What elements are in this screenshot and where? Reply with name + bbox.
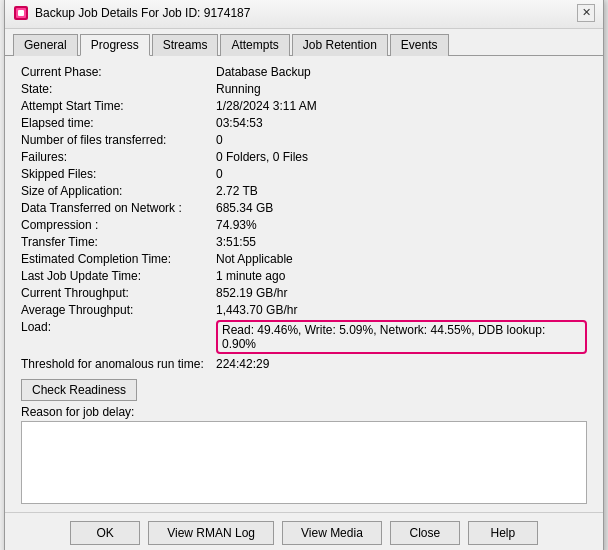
field-value-3: 03:54:53 [212,115,591,132]
tab-bar: General Progress Streams Attempts Job Re… [5,29,603,56]
footer-btn-ok[interactable]: OK [70,521,140,545]
load-value: Read: 49.46%, Write: 5.09%, Network: 44.… [216,320,587,354]
field-label-15: Load: [17,319,212,356]
field-value-9: 74.93% [212,217,591,234]
field-label-6: Skipped Files: [17,166,212,183]
field-value-15: Read: 49.46%, Write: 5.09%, Network: 44.… [212,319,591,356]
tab-general[interactable]: General [13,34,78,56]
field-label-8: Data Transferred on Network : [17,200,212,217]
reason-box [21,421,587,504]
field-value-5: 0 Folders, 0 Files [212,149,591,166]
check-readiness-button[interactable]: Check Readiness [21,379,137,401]
field-label-13: Current Throughput: [17,285,212,302]
field-value-6: 0 [212,166,591,183]
tab-progress[interactable]: Progress [80,34,150,56]
title-bar: Backup Job Details For Job ID: 9174187 ✕ [5,0,603,29]
field-label-2: Attempt Start Time: [17,98,212,115]
app-icon [13,5,29,21]
field-value-7: 2.72 TB [212,183,591,200]
dialog-window: Backup Job Details For Job ID: 9174187 ✕… [4,0,604,550]
footer-btn-view-media[interactable]: View Media [282,521,382,545]
field-label-3: Elapsed time: [17,115,212,132]
footer: OKView RMAN LogView MediaCloseHelp [5,512,603,551]
tab-attempts[interactable]: Attempts [220,34,289,56]
footer-btn-help[interactable]: Help [468,521,538,545]
footer-btn-close[interactable]: Close [390,521,460,545]
field-value-16: 224:42:29 [212,356,591,373]
field-label-5: Failures: [17,149,212,166]
field-label-10: Transfer Time: [17,234,212,251]
title-bar-left: Backup Job Details For Job ID: 9174187 [13,5,250,21]
field-value-0: Database Backup [212,64,591,81]
tab-events[interactable]: Events [390,34,449,56]
field-value-2: 1/28/2024 3:11 AM [212,98,591,115]
svg-rect-2 [18,10,24,16]
field-value-10: 3:51:55 [212,234,591,251]
field-label-11: Estimated Completion Time: [17,251,212,268]
field-label-4: Number of files transferred: [17,132,212,149]
close-icon[interactable]: ✕ [577,4,595,22]
reason-textarea[interactable] [26,426,582,496]
field-label-14: Average Throughput: [17,302,212,319]
field-label-1: State: [17,81,212,98]
footer-btn-view-rman-log[interactable]: View RMAN Log [148,521,274,545]
field-value-13: 852.19 GB/hr [212,285,591,302]
field-label-9: Compression : [17,217,212,234]
field-value-4: 0 [212,132,591,149]
field-value-1: Running [212,81,591,98]
field-value-11: Not Applicable [212,251,591,268]
tab-job-retention[interactable]: Job Retention [292,34,388,56]
content-area: Current Phase:Database BackupState:Runni… [5,56,603,512]
reason-label: Reason for job delay: [21,405,587,419]
field-label-7: Size of Application: [17,183,212,200]
field-value-14: 1,443.70 GB/hr [212,302,591,319]
field-label-16: Threshold for anomalous run time: [17,356,212,373]
field-value-12: 1 minute ago [212,268,591,285]
title-bar-text: Backup Job Details For Job ID: 9174187 [35,6,250,20]
tab-streams[interactable]: Streams [152,34,219,56]
field-label-0: Current Phase: [17,64,212,81]
field-value-8: 685.34 GB [212,200,591,217]
info-table: Current Phase:Database BackupState:Runni… [17,64,591,373]
field-label-12: Last Job Update Time: [17,268,212,285]
